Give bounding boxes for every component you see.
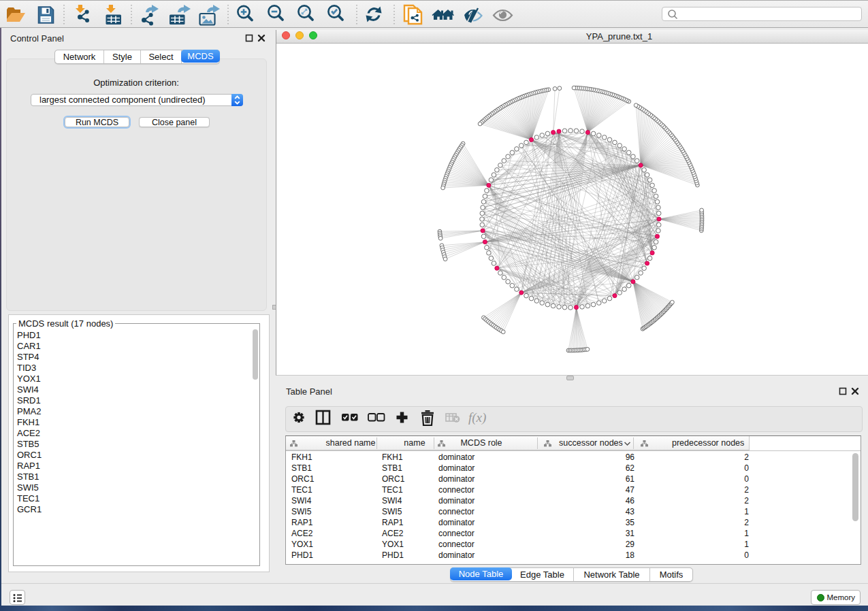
svg-text:f(x): f(x) bbox=[468, 410, 486, 425]
